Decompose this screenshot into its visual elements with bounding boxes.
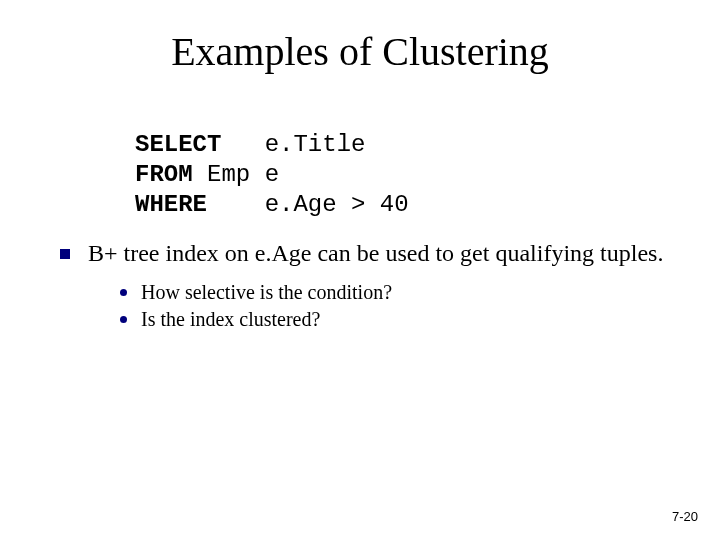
sql-keyword-select: SELECT xyxy=(135,131,221,158)
sql-select-expr: e.Title xyxy=(265,131,366,158)
bullet-level2: How selective is the condition? xyxy=(120,279,670,306)
bullet-level2-group: How selective is the condition? Is the i… xyxy=(120,279,670,333)
slide-title: Examples of Clustering xyxy=(0,28,720,75)
sql-keyword-where: WHERE xyxy=(135,191,207,218)
bullet-level1-text: B+ tree index on e.Age can be used to ge… xyxy=(88,238,670,269)
dot-bullet-icon xyxy=(120,316,127,323)
sql-from-expr: Emp e xyxy=(207,161,279,188)
bullet-level2-text: Is the index clustered? xyxy=(141,306,320,333)
sql-query: SELECT e.Title FROM Emp e WHERE e.Age > … xyxy=(135,130,409,220)
bullet-level1: B+ tree index on e.Age can be used to ge… xyxy=(60,238,670,269)
square-bullet-icon xyxy=(60,249,70,259)
bullet-level2-text: How selective is the condition? xyxy=(141,279,392,306)
page-number: 7-20 xyxy=(672,509,698,524)
sql-keyword-from: FROM xyxy=(135,161,193,188)
slide-body: B+ tree index on e.Age can be used to ge… xyxy=(60,238,670,333)
slide: Examples of Clustering SELECT e.Title FR… xyxy=(0,0,720,540)
dot-bullet-icon xyxy=(120,289,127,296)
bullet-level2: Is the index clustered? xyxy=(120,306,670,333)
sql-where-expr: e.Age > 40 xyxy=(265,191,409,218)
